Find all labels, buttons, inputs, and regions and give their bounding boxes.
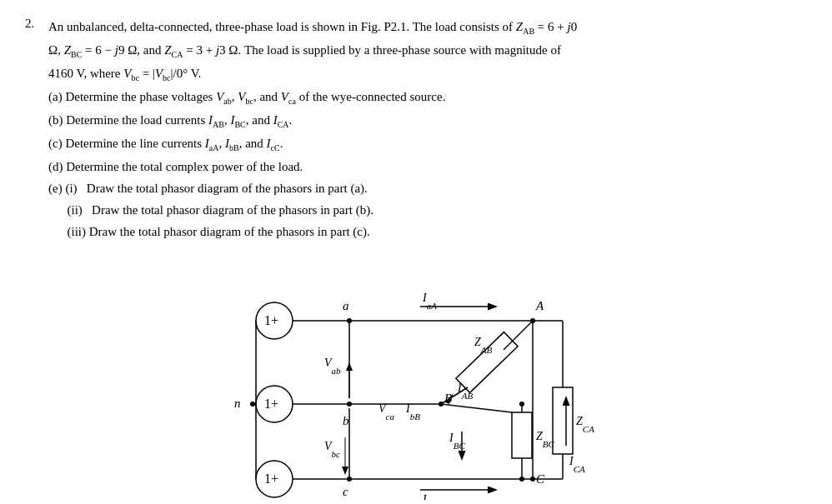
- part-e3: (iii) Draw the total phasor diagram of t…: [48, 222, 577, 242]
- circuit-diagram: 1+ 1+ 1+ n a: [216, 258, 616, 500]
- problem-number: 2.: [25, 17, 42, 243]
- svg-text:ZAB: ZAB: [474, 336, 493, 355]
- svg-text:a: a: [343, 299, 349, 312]
- svg-text:IaA: IaA: [422, 292, 437, 311]
- svg-text:IBC: IBC: [449, 432, 465, 451]
- svg-text:ICA: ICA: [569, 455, 585, 474]
- part-c: (c) Determine the line currents IaA, IbB…: [48, 133, 577, 155]
- problem-header: 2. An unbalanced, delta-connected, three…: [25, 17, 807, 243]
- intro-line2: Ω, ZBC = 6 − j9 Ω, and ZCA = 3 + j3 Ω. T…: [48, 40, 577, 62]
- svg-text:1+: 1+: [264, 397, 278, 411]
- svg-text:Vbc: Vbc: [324, 440, 340, 459]
- svg-point-56: [519, 402, 524, 407]
- svg-text:IcC: IcC: [422, 493, 438, 500]
- svg-text:Vab: Vab: [324, 357, 341, 376]
- svg-text:ZBC: ZBC: [536, 430, 555, 449]
- svg-point-58: [519, 477, 524, 482]
- svg-text:IAB: IAB: [457, 382, 473, 401]
- svg-text:Vca: Vca: [378, 402, 394, 422]
- part-b: (b) Determine the load currents IAB, IBC…: [48, 110, 577, 132]
- part-d: (d) Determine the total complex power of…: [48, 157, 577, 177]
- svg-text:1+: 1+: [264, 313, 278, 327]
- svg-rect-61: [553, 387, 573, 454]
- problem-container: 2. An unbalanced, delta-connected, three…: [25, 17, 807, 504]
- svg-marker-36: [342, 467, 348, 475]
- svg-text:IbB: IbB: [405, 402, 420, 422]
- svg-text:A: A: [535, 299, 544, 312]
- svg-text:ZCA: ZCA: [576, 415, 594, 434]
- svg-rect-52: [512, 412, 532, 458]
- intro-line1: An unbalanced, delta-connected, three-ph…: [48, 17, 577, 38]
- sub-items: (a) Determine the phase voltages Vab, Vb…: [48, 87, 577, 242]
- intro-line3: 4160 V, where Vbc = |Vbc|/0° V.: [48, 63, 577, 85]
- svg-text:1+: 1+: [264, 472, 278, 486]
- svg-text:n: n: [234, 397, 241, 410]
- part-e2: (ii) Draw the total phasor diagram of th…: [48, 200, 577, 220]
- svg-rect-46: [456, 332, 518, 393]
- part-e1: (e) (i) Draw the total phasor diagram of…: [48, 178, 577, 198]
- problem-text: An unbalanced, delta-connected, three-ph…: [48, 17, 577, 243]
- part-a: (a) Determine the phase voltages Vab, Vb…: [48, 87, 577, 108]
- svg-text:b: b: [343, 414, 349, 427]
- svg-text:c: c: [343, 485, 348, 498]
- fig-container: 1+ 1+ 1+ n a: [25, 258, 807, 504]
- svg-line-54: [441, 404, 512, 412]
